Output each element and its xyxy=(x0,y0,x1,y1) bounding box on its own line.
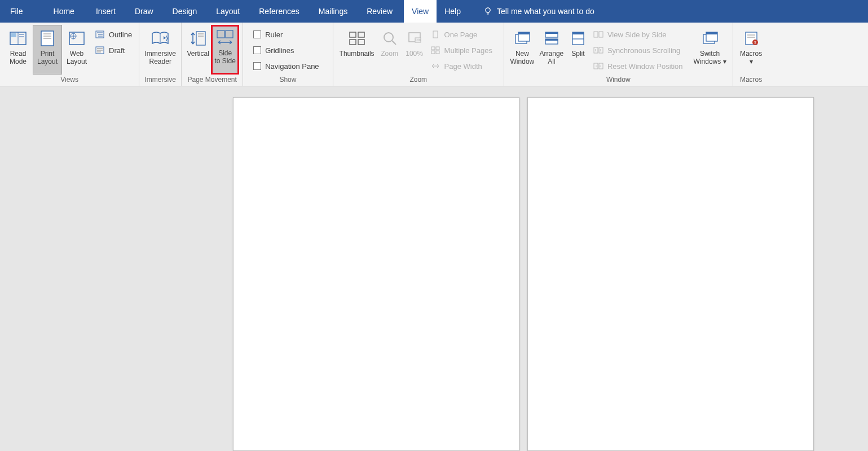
read-mode-button[interactable]: Read Mode xyxy=(3,25,33,75)
tell-me-text: Tell me what you want to do xyxy=(497,7,594,16)
tab-review[interactable]: Review xyxy=(359,0,400,23)
group-macros: Macros▾ Macros xyxy=(733,23,769,86)
gridlines-label: Gridlines xyxy=(265,46,294,55)
web-layout-label: Web Layout xyxy=(67,50,87,66)
svg-rect-25 xyxy=(226,30,233,38)
read-mode-label: Read Mode xyxy=(10,50,27,66)
new-window-button[interactable]: New Window xyxy=(508,25,537,75)
vertical-label: Vertical xyxy=(187,50,209,58)
arrange-all-button[interactable]: Arrange All xyxy=(537,25,566,75)
document-canvas[interactable] xyxy=(0,86,868,451)
checkbox-icon xyxy=(253,62,261,70)
tab-design[interactable]: Design xyxy=(165,0,205,23)
macros-btn-label: Macros▾ xyxy=(740,50,762,66)
svg-point-30 xyxy=(384,33,393,42)
gridlines-checkbox[interactable]: Gridlines xyxy=(253,44,319,56)
tab-references[interactable]: References xyxy=(251,0,307,23)
tab-home[interactable]: Home xyxy=(46,0,82,23)
web-layout-icon xyxy=(68,31,85,46)
reset-window-position-icon xyxy=(593,62,603,70)
document-page[interactable] xyxy=(527,97,814,451)
navigation-pane-label: Navigation Pane xyxy=(265,62,319,71)
outline-icon xyxy=(95,30,104,38)
svg-rect-42 xyxy=(518,32,530,34)
svg-rect-48 xyxy=(572,32,584,34)
new-window-icon xyxy=(514,31,531,46)
ribbon: Read Mode Print Layout Web Layout Outlin… xyxy=(0,23,868,86)
checkbox-icon xyxy=(253,46,261,54)
tell-me-search[interactable]: Tell me what you want to do xyxy=(477,0,601,23)
web-layout-button[interactable]: Web Layout xyxy=(62,25,91,75)
multiple-pages-label: Multiple Pages xyxy=(444,46,492,55)
group-page-movement: Vertical Side to Side Page Movement xyxy=(182,23,243,86)
print-layout-label: Print Layout xyxy=(37,50,58,66)
svg-rect-39 xyxy=(436,51,439,54)
svg-rect-37 xyxy=(436,47,439,50)
ruler-checkbox[interactable]: Ruler xyxy=(253,28,319,41)
chevron-down-icon: ▾ xyxy=(723,58,726,65)
outline-label: Outline xyxy=(109,30,132,39)
synchronous-scrolling-button: Synchronous Scrolling xyxy=(593,44,683,56)
print-layout-button[interactable]: Print Layout xyxy=(33,25,62,75)
tab-layout[interactable]: Layout xyxy=(208,0,248,23)
svg-rect-38 xyxy=(431,51,435,54)
svg-rect-35 xyxy=(433,31,438,38)
one-page-icon xyxy=(431,30,440,38)
tab-view[interactable]: View xyxy=(404,0,437,23)
navigation-pane-checkbox[interactable]: Navigation Pane xyxy=(253,60,319,72)
one-page-button: One Page xyxy=(430,28,492,41)
split-label: Split xyxy=(571,50,584,58)
tab-file[interactable]: File xyxy=(0,0,33,23)
macros-button[interactable]: Macros▾ xyxy=(737,25,766,75)
tab-draw[interactable]: Draw xyxy=(127,0,161,23)
switch-windows-button[interactable]: Switch Windows ▾ xyxy=(691,25,729,75)
svg-rect-36 xyxy=(431,47,435,50)
thumbnails-button[interactable]: Thumbnails xyxy=(337,25,377,75)
svg-rect-51 xyxy=(599,32,603,37)
reset-window-position-label: Reset Window Position xyxy=(607,62,683,71)
svg-rect-27 xyxy=(358,32,364,37)
tab-insert[interactable]: Insert xyxy=(88,0,124,23)
side-to-side-label: Side to Side xyxy=(215,50,236,65)
outline-button[interactable]: Outline xyxy=(95,28,132,41)
split-button[interactable]: Split xyxy=(566,25,590,75)
immersive-reader-button[interactable]: Immersive Reader xyxy=(143,25,178,75)
lightbulb-icon xyxy=(483,7,492,16)
synchronous-scrolling-icon xyxy=(593,46,603,54)
group-views-label: Views xyxy=(0,76,139,86)
svg-rect-50 xyxy=(594,32,598,37)
immersive-reader-icon xyxy=(151,30,170,46)
tab-help[interactable]: Help xyxy=(437,0,469,23)
thumbnails-label: Thumbnails xyxy=(340,50,374,58)
zoom-label: Zoom xyxy=(381,50,398,58)
synchronous-scrolling-label: Synchronous Scrolling xyxy=(607,46,680,55)
svg-point-0 xyxy=(486,8,490,12)
side-to-side-button[interactable]: Side to Side xyxy=(211,25,239,75)
multiple-pages-button: Multiple Pages xyxy=(430,44,492,56)
arrange-all-label: Arrange All xyxy=(540,50,564,66)
group-window: New Window Arrange All Split View Side b… xyxy=(504,23,733,86)
vertical-button[interactable]: Vertical xyxy=(185,25,211,75)
group-window-label: Window xyxy=(504,76,733,86)
svg-rect-26 xyxy=(350,32,356,37)
document-page[interactable] xyxy=(233,97,519,451)
draft-icon xyxy=(95,46,104,54)
svg-line-31 xyxy=(392,41,396,45)
page-width-label: Page Width xyxy=(444,62,482,71)
group-immersive: Immersive Reader Immersive xyxy=(139,23,182,86)
vertical-icon xyxy=(190,30,206,46)
hundred-percent-icon: 100 xyxy=(407,31,422,46)
svg-rect-28 xyxy=(350,40,356,45)
group-page-movement-label: Page Movement xyxy=(182,76,243,86)
view-side-by-side-button: View Side by Side xyxy=(593,28,683,41)
page-width-button: Page Width xyxy=(430,60,492,72)
draft-button[interactable]: Draft xyxy=(95,44,132,56)
tab-mailings[interactable]: Mailings xyxy=(311,0,355,23)
zoom-button: Zoom xyxy=(377,25,402,75)
reset-window-position-button: Reset Window Position xyxy=(593,60,683,72)
hundred-percent-label: 100% xyxy=(406,50,423,58)
thumbnails-icon xyxy=(348,30,366,46)
svg-rect-46 xyxy=(545,39,558,41)
group-zoom: Thumbnails Zoom 100 100% One Page Multip… xyxy=(333,23,504,86)
print-layout-icon xyxy=(40,30,55,46)
